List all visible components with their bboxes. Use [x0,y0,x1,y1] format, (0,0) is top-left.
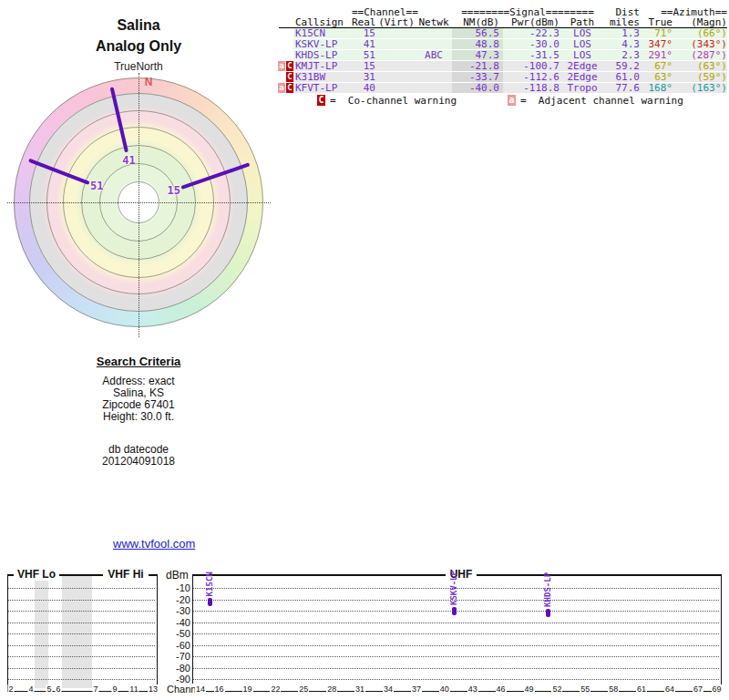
channel-tick-label: 58 [608,685,619,694]
point-callsign-label: KHDS-LP [543,571,552,607]
adjacent-warning-badge: a [278,83,285,93]
band-label-vhf-hi: VHF Hi [103,569,149,581]
channel-tick-label: 2 [7,685,14,694]
cell-netwk [417,72,450,83]
cell-real: 40 [352,83,375,94]
channel-tick-label: 22 [270,685,281,694]
cell-netwk: ABC [417,50,450,61]
channel-tick-label: 52 [551,685,562,694]
cell-path: Tropo [561,83,603,94]
channel-tick-label: 69 [711,685,722,694]
cell-pwr: -118.8 [503,83,560,94]
search-criteria-line: Height: 30.0 ft. [47,411,230,423]
y-tick-label: -70 [160,651,190,662]
y-tick-label: -10 [160,582,190,593]
adjacent-warning-icon: a [508,95,516,106]
channel-tick-label: 37 [411,685,422,694]
cochannel-warning-badge: C [286,83,293,93]
spoke-channel-label: 15 [168,184,180,197]
cell-virt [377,72,416,83]
channel-tick-label: 6 [55,685,61,694]
channel-tick-label: 4 [27,685,34,694]
channel-tick-label: 9 [111,685,118,694]
channel-tick-label: 46 [496,685,507,694]
channel-tick-label: 34 [383,685,394,694]
cell-netwk [417,61,450,72]
channel-tick-label: 31 [354,685,365,694]
cell-miles: 77.6 [605,83,640,94]
cell-virt [377,83,416,94]
cochannel-warning-icon: C [317,95,325,106]
cochannel-warning-badge: C [286,61,293,71]
y-tick-label: -80 [160,663,190,674]
channel-tick-label: 67 [693,685,703,694]
channel-tick-label: 43 [467,685,478,694]
cell-netwk [417,28,450,39]
channel-tick-label: 49 [523,685,534,694]
ring-outline [14,77,263,327]
cochannel-warning-badge: C [286,72,293,82]
channel-tick-label: 64 [664,685,675,694]
spoke-channel-label: 41 [122,154,135,167]
db-datecode-value: 201204091018 [47,456,230,468]
channel-tick-label: 7 [92,685,98,694]
y-tick-label: -30 [160,605,190,616]
adjacent-warning-label: = Adjacent channel warning [520,95,683,107]
channel-tick-label: 28 [326,685,337,694]
y-tick-label: -90 [160,674,190,685]
cell-virt [377,28,416,39]
channel-tick-label: 14 [195,685,206,694]
y-axis-label: dBm [166,569,189,582]
band-label-vhf-lo: VHF Lo [14,569,59,581]
cell-virt [377,50,416,61]
tvfool-link[interactable]: www.tvfool.com [113,537,195,551]
channel-tick-label: 16 [214,685,225,694]
cell-virt [377,61,416,72]
signal-point-KSKV-LP [452,607,457,615]
spoke-channel-label: 51 [90,180,103,192]
y-tick-label: -50 [160,628,190,639]
channel-tick-label: 11 [128,685,139,694]
search-criteria: Search Criteria Address: exact Salina, K… [47,355,230,468]
channel-tick-label: 61 [636,685,647,694]
cell-magn: (163°) [674,83,727,94]
vhf-panel [7,574,158,692]
point-callsign-label: KSKV-LP [449,571,458,605]
cell-nm: -40.0 [452,83,499,94]
channel-tick-label: 40 [439,685,450,694]
cell-netwk [417,83,450,94]
y-tick-label: -20 [160,594,190,605]
channel-tick-label: 19 [241,685,252,694]
adjacent-warning-badge: a [278,61,285,71]
table-row: aCKFVT-LP40-40.0-118.8Tropo77.6168°(163°… [0,83,729,94]
cochannel-warning-label: = Co-channel warning [330,95,457,107]
cell-true_az: 168° [642,83,673,94]
point-callsign-label: K15CN [205,571,214,596]
y-tick-label: -40 [160,617,190,628]
signal-point-KHDS-LP [546,609,550,617]
signal-point-K15CN [208,598,212,606]
channel-tick-label: 5 [46,685,52,694]
tvfool-report: Salina Analog Only TrueNorth N 415115 ==… [0,0,729,700]
cell-virt [377,39,416,50]
search-criteria-title: Search Criteria [47,355,230,367]
channel-tick-label: 25 [298,685,309,694]
y-tick-label: -60 [160,640,190,651]
channel-tick-label: 55 [580,685,590,694]
cell-callsign: KFVT-LP [295,83,350,94]
channel-tick-label: 13 [148,685,159,694]
